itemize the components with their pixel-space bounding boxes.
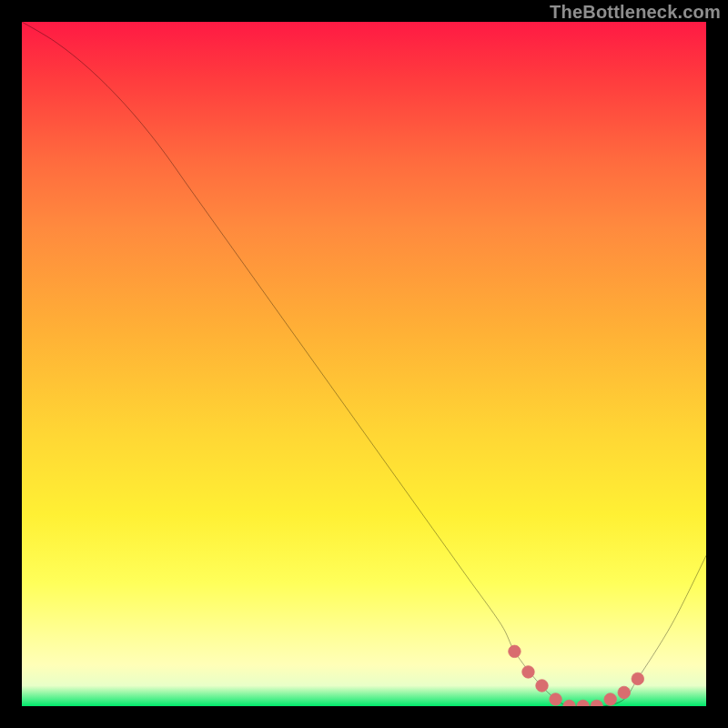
- watermark-text: TheBottleneck.com: [550, 2, 721, 23]
- optimal-marker: [563, 700, 576, 706]
- curve-layer: [22, 22, 706, 706]
- optimal-marker: [577, 700, 590, 706]
- optimal-marker: [509, 645, 521, 658]
- optimal-range-markers: [509, 645, 644, 706]
- optimal-marker: [632, 672, 644, 685]
- optimal-marker: [604, 693, 617, 706]
- optimal-marker: [591, 700, 603, 706]
- optimal-marker: [522, 666, 535, 679]
- optimal-marker: [550, 693, 562, 706]
- optimal-marker: [536, 680, 549, 693]
- optimal-marker: [618, 686, 631, 699]
- plot-area: [22, 22, 706, 706]
- bottleneck-curve-path: [22, 22, 706, 706]
- chart-container: TheBottleneck.com: [0, 0, 728, 728]
